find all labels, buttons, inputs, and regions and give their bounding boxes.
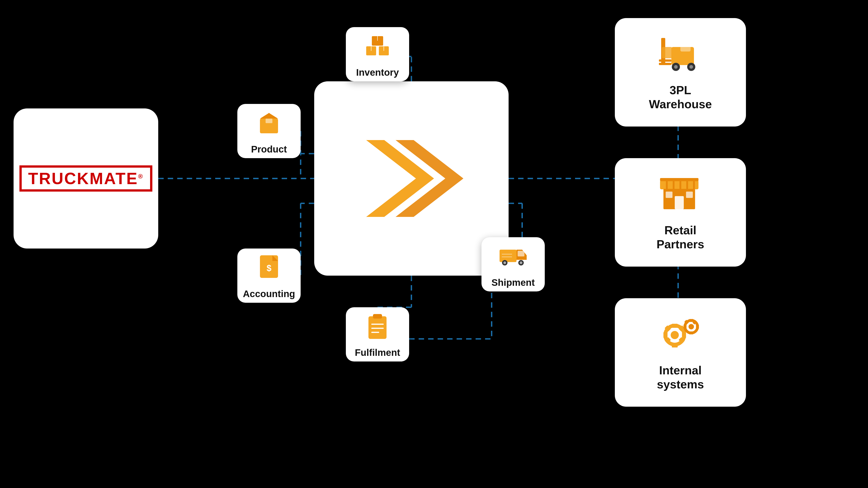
fulfilment-label: Fulfilment — [355, 347, 400, 358]
fulfilment-icon-wrap — [362, 311, 393, 342]
shipment-icon — [498, 245, 528, 268]
shipment-icon-wrap — [497, 240, 529, 272]
svg-rect-56 — [659, 63, 671, 65]
shipment-label: Shipment — [491, 277, 535, 288]
3pl-label: 3PL Warehouse — [649, 83, 712, 111]
inventory-card: Inventory — [346, 27, 409, 81]
svg-rect-35 — [266, 119, 272, 123]
truckmate-reg: ® — [138, 173, 144, 180]
diagram-container: TRUCKMATE® Inventory — [0, 0, 868, 488]
accounting-icon: $ — [258, 254, 280, 281]
svg-rect-74 — [660, 178, 699, 181]
svg-rect-79 — [663, 332, 668, 338]
svg-rect-49 — [368, 316, 386, 339]
svg-rect-67 — [666, 192, 673, 198]
svg-rect-57 — [659, 59, 671, 62]
product-label: Product — [251, 144, 287, 155]
inventory-icon — [364, 34, 391, 59]
svg-point-59 — [674, 65, 678, 69]
3pl-forklift-icon — [658, 33, 701, 74]
svg-point-61 — [689, 65, 693, 69]
svg-point-44 — [503, 261, 506, 264]
inventory-icon-wrap — [362, 31, 393, 62]
svg-rect-89 — [684, 325, 686, 329]
svg-rect-64 — [660, 180, 699, 189]
svg-point-76 — [671, 331, 679, 339]
svg-point-86 — [688, 324, 694, 329]
svg-rect-40 — [500, 250, 517, 262]
truckmate-label: TRUCKMATE — [28, 169, 138, 188]
accounting-icon-wrap: $ — [253, 252, 285, 284]
truckmate-card: TRUCKMATE® — [13, 108, 158, 249]
accounting-label: Accounting — [243, 289, 295, 299]
product-card: Product — [237, 104, 301, 158]
svg-point-46 — [520, 261, 522, 264]
truckmate-logo: TRUCKMATE® — [20, 165, 152, 192]
svg-rect-62 — [680, 42, 690, 52]
svg-rect-42 — [518, 251, 524, 256]
retail-partners-card: Retail Partners — [615, 158, 746, 267]
central-chevron-icon — [352, 131, 470, 226]
internal-gears-icon — [658, 314, 701, 352]
accounting-card: $ Accounting — [237, 249, 301, 303]
fulfilment-icon — [366, 313, 389, 340]
product-icon-wrap — [253, 107, 285, 139]
svg-rect-66 — [675, 196, 684, 209]
shipment-card: Shipment — [482, 237, 545, 291]
svg-rect-77 — [672, 324, 678, 328]
svg-rect-68 — [686, 192, 693, 198]
svg-text:$: $ — [267, 263, 271, 273]
svg-rect-78 — [672, 344, 678, 348]
svg-rect-90 — [696, 325, 699, 329]
internal-icon-wrap — [658, 314, 703, 359]
retail-icon-wrap — [658, 173, 703, 219]
svg-rect-87 — [689, 319, 693, 322]
internal-label: Internal systems — [657, 363, 704, 392]
svg-rect-80 — [682, 332, 686, 338]
inventory-label: Inventory — [356, 67, 399, 78]
fulfilment-card: Fulfilment — [346, 307, 409, 361]
internal-systems-card: Internal systems — [615, 298, 746, 407]
retail-store-icon — [658, 173, 701, 214]
3pl-icon-wrap — [658, 33, 703, 78]
retail-label: Retail Partners — [657, 223, 704, 252]
svg-rect-63 — [662, 47, 672, 58]
3pl-warehouse-card: 3PL Warehouse — [615, 18, 746, 127]
svg-rect-88 — [689, 331, 693, 334]
svg-rect-50 — [373, 314, 382, 319]
product-icon — [256, 111, 281, 135]
central-card — [314, 81, 508, 275]
